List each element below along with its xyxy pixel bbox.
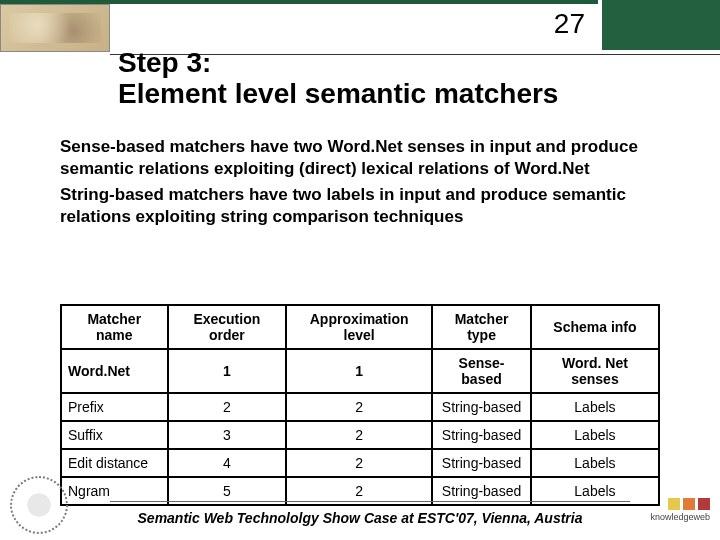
table-cell: 1: [168, 349, 287, 393]
table-cell: Word.Net: [61, 349, 168, 393]
table-row: Word.Net11Sense-basedWord. Net senses: [61, 349, 659, 393]
kw-block-orange: [683, 498, 695, 510]
table-cell: String-based: [432, 393, 531, 421]
th-matcher-type: Matcher type: [432, 305, 531, 349]
table-cell: Labels: [531, 421, 659, 449]
table-cell: 4: [168, 449, 287, 477]
string-lead: String-based matchers: [60, 185, 244, 204]
table-cell: 2: [168, 393, 287, 421]
slide-title: Step 3: Element level semantic matchers: [118, 48, 590, 110]
table-body: Word.Net11Sense-basedWord. Net sensesPre…: [61, 349, 659, 505]
table-cell: String-based: [432, 421, 531, 449]
title-line-2: Element level semantic matchers: [118, 78, 558, 109]
kw-block-red: [698, 498, 710, 510]
footer-text: Semantic Web Technololgy Show Case at ES…: [0, 510, 720, 526]
th-exec-order: Execution order: [168, 305, 287, 349]
seal-icon: [10, 476, 68, 534]
table-cell: Labels: [531, 449, 659, 477]
sense-lead: Sense-based matchers: [60, 137, 245, 156]
table-cell: String-based: [432, 449, 531, 477]
kw-block-yellow: [668, 498, 680, 510]
table-cell: Prefix: [61, 393, 168, 421]
string-paragraph: String-based matchers have two labels in…: [60, 184, 660, 228]
table-cell: Word. Net senses: [531, 349, 659, 393]
body-paragraph: Sense-based matchers have two Word.Net s…: [60, 136, 660, 228]
th-schema-info: Schema info: [531, 305, 659, 349]
th-approx-level: Approximation level: [286, 305, 432, 349]
table-cell: 2: [286, 421, 432, 449]
table-cell: 2: [286, 393, 432, 421]
table-cell: Labels: [531, 393, 659, 421]
table-cell: 2: [286, 449, 432, 477]
page-number-box: [598, 0, 720, 54]
title-line-1: Step 3:: [118, 47, 211, 78]
table-cell: 1: [286, 349, 432, 393]
table-cell: 3: [168, 421, 287, 449]
th-matcher-name: Matcher name: [61, 305, 168, 349]
table-cell: Sense-based: [432, 349, 531, 393]
slide-logo-image: [0, 4, 110, 52]
table-cell: Edit distance: [61, 449, 168, 477]
kw-blocks: [630, 498, 710, 510]
matchers-table: Matcher name Execution order Approximati…: [60, 304, 660, 506]
sense-paragraph: Sense-based matchers have two Word.Net s…: [60, 136, 660, 180]
table-cell: Suffix: [61, 421, 168, 449]
table-row: Suffix32String-basedLabels: [61, 421, 659, 449]
page-number: 27: [554, 8, 585, 40]
footer-rule: [110, 501, 630, 502]
kw-label: knowledgeweb: [630, 512, 710, 522]
table-header-row: Matcher name Execution order Approximati…: [61, 305, 659, 349]
table-row: Prefix22String-basedLabels: [61, 393, 659, 421]
knowledgeweb-logo: knowledgeweb: [630, 498, 710, 530]
table-row: Edit distance42String-basedLabels: [61, 449, 659, 477]
